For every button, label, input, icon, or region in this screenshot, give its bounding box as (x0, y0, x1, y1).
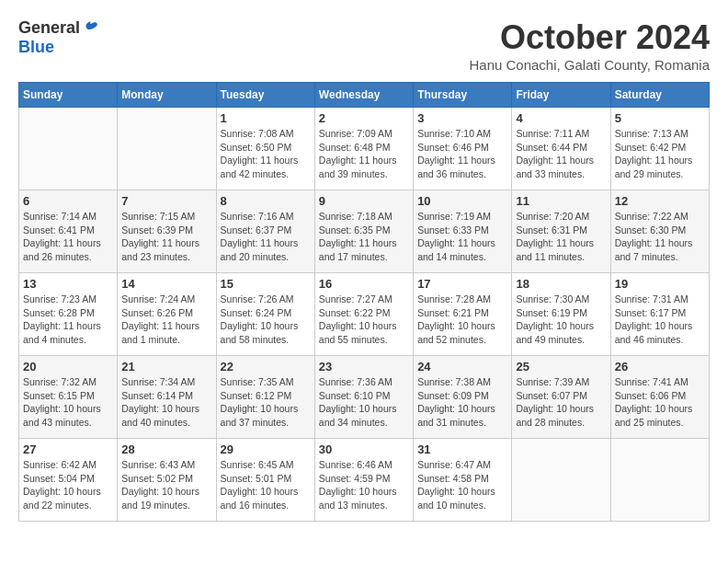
day-info: Sunrise: 7:22 AMSunset: 6:30 PMDaylight:… (615, 210, 705, 264)
day-info: Sunrise: 7:18 AMSunset: 6:35 PMDaylight:… (319, 210, 409, 264)
week-row-5: 27Sunrise: 6:42 AMSunset: 5:04 PMDayligh… (19, 439, 710, 522)
calendar-table: SundayMondayTuesdayWednesdayThursdayFrid… (18, 82, 710, 522)
day-info: Sunrise: 7:39 AMSunset: 6:07 PMDaylight:… (516, 375, 606, 430)
day-number: 20 (23, 360, 113, 373)
weekday-header-wednesday: Wednesday (314, 83, 413, 108)
weekday-header-thursday: Thursday (414, 83, 512, 108)
weekday-header-row: SundayMondayTuesdayWednesdayThursdayFrid… (19, 83, 710, 108)
week-row-3: 13Sunrise: 7:23 AMSunset: 6:28 PMDayligh… (19, 273, 710, 356)
day-number: 31 (417, 442, 507, 456)
location: Hanu Conachi, Galati County, Romania (469, 57, 710, 73)
day-number: 28 (121, 442, 211, 456)
day-number: 15 (221, 277, 311, 291)
week-row-1: 1Sunrise: 7:08 AMSunset: 6:50 PMDaylight… (19, 108, 710, 190)
day-number: 9 (319, 194, 409, 208)
day-number: 12 (615, 194, 705, 208)
page-header: General Blue October 2024 Hanu Conachi, … (18, 18, 710, 73)
calendar-cell: 8Sunrise: 7:16 AMSunset: 6:37 PMDaylight… (216, 190, 314, 273)
day-number: 22 (221, 360, 311, 373)
logo-blue-text: Blue (18, 38, 54, 57)
day-info: Sunrise: 7:31 AMSunset: 6:17 PMDaylight:… (615, 293, 705, 347)
day-info: Sunrise: 7:38 AMSunset: 6:09 PMDaylight:… (417, 375, 507, 430)
calendar-cell: 5Sunrise: 7:13 AMSunset: 6:42 PMDaylight… (610, 108, 709, 190)
day-number: 24 (417, 360, 507, 373)
day-info: Sunrise: 7:14 AMSunset: 6:41 PMDaylight:… (23, 210, 113, 264)
calendar-cell: 17Sunrise: 7:28 AMSunset: 6:21 PMDayligh… (414, 273, 512, 356)
day-info: Sunrise: 7:36 AMSunset: 6:10 PMDaylight:… (319, 375, 409, 430)
day-number: 25 (516, 360, 606, 373)
weekday-header-saturday: Saturday (610, 83, 709, 108)
day-number: 19 (615, 277, 705, 291)
calendar-cell: 29Sunrise: 6:45 AMSunset: 5:01 PMDayligh… (216, 439, 314, 522)
week-row-2: 6Sunrise: 7:14 AMSunset: 6:41 PMDaylight… (19, 190, 710, 273)
calendar-cell: 22Sunrise: 7:35 AMSunset: 6:12 PMDayligh… (216, 356, 314, 439)
calendar-cell: 19Sunrise: 7:31 AMSunset: 6:17 PMDayligh… (610, 273, 709, 356)
calendar-cell: 23Sunrise: 7:36 AMSunset: 6:10 PMDayligh… (314, 356, 413, 439)
day-number: 8 (221, 194, 311, 208)
calendar-cell: 15Sunrise: 7:26 AMSunset: 6:24 PMDayligh… (216, 273, 314, 356)
day-info: Sunrise: 7:23 AMSunset: 6:28 PMDaylight:… (23, 293, 113, 347)
day-number: 30 (319, 442, 409, 456)
day-info: Sunrise: 7:26 AMSunset: 6:24 PMDaylight:… (221, 293, 311, 347)
month-title: October 2024 (469, 18, 710, 57)
day-number: 18 (516, 277, 606, 291)
day-number: 23 (319, 360, 409, 373)
day-number: 27 (23, 442, 113, 456)
day-info: Sunrise: 6:47 AMSunset: 4:58 PMDaylight:… (417, 458, 507, 512)
day-info: Sunrise: 7:41 AMSunset: 6:06 PMDaylight:… (615, 375, 705, 430)
day-number: 13 (23, 277, 113, 291)
day-number: 16 (319, 277, 409, 291)
calendar-cell: 3Sunrise: 7:10 AMSunset: 6:46 PMDaylight… (414, 108, 512, 190)
calendar-cell: 12Sunrise: 7:22 AMSunset: 6:30 PMDayligh… (610, 190, 709, 273)
day-info: Sunrise: 6:43 AMSunset: 5:02 PMDaylight:… (121, 458, 211, 512)
calendar-cell: 4Sunrise: 7:11 AMSunset: 6:44 PMDaylight… (512, 108, 610, 190)
calendar-cell: 24Sunrise: 7:38 AMSunset: 6:09 PMDayligh… (414, 356, 512, 439)
calendar-cell: 27Sunrise: 6:42 AMSunset: 5:04 PMDayligh… (19, 439, 118, 522)
weekday-header-sunday: Sunday (19, 83, 118, 108)
day-info: Sunrise: 7:24 AMSunset: 6:26 PMDaylight:… (121, 293, 211, 347)
calendar-cell: 26Sunrise: 7:41 AMSunset: 6:06 PMDayligh… (610, 356, 709, 439)
calendar-cell: 6Sunrise: 7:14 AMSunset: 6:41 PMDaylight… (19, 190, 118, 273)
calendar-cell: 28Sunrise: 6:43 AMSunset: 5:02 PMDayligh… (118, 439, 216, 522)
day-info: Sunrise: 7:10 AMSunset: 6:46 PMDaylight:… (417, 127, 507, 181)
week-row-4: 20Sunrise: 7:32 AMSunset: 6:15 PMDayligh… (19, 356, 710, 439)
calendar-cell: 1Sunrise: 7:08 AMSunset: 6:50 PMDaylight… (216, 108, 314, 190)
day-number: 2 (319, 111, 409, 125)
calendar-cell: 10Sunrise: 7:19 AMSunset: 6:33 PMDayligh… (414, 190, 512, 273)
day-number: 17 (417, 277, 507, 291)
calendar-cell: 11Sunrise: 7:20 AMSunset: 6:31 PMDayligh… (512, 190, 610, 273)
calendar-cell: 7Sunrise: 7:15 AMSunset: 6:39 PMDaylight… (118, 190, 216, 273)
weekday-header-monday: Monday (118, 83, 216, 108)
day-number: 26 (615, 360, 705, 373)
day-info: Sunrise: 7:27 AMSunset: 6:22 PMDaylight:… (319, 293, 409, 347)
calendar-cell (610, 439, 709, 522)
calendar-cell: 20Sunrise: 7:32 AMSunset: 6:15 PMDayligh… (19, 356, 118, 439)
day-number: 3 (417, 111, 507, 125)
day-info: Sunrise: 7:16 AMSunset: 6:37 PMDaylight:… (221, 210, 311, 264)
day-number: 1 (221, 111, 311, 125)
calendar-cell (118, 108, 216, 190)
day-info: Sunrise: 6:46 AMSunset: 4:59 PMDaylight:… (319, 458, 409, 512)
day-info: Sunrise: 6:45 AMSunset: 5:01 PMDaylight:… (221, 458, 311, 512)
day-info: Sunrise: 7:34 AMSunset: 6:14 PMDaylight:… (121, 375, 211, 430)
day-info: Sunrise: 6:42 AMSunset: 5:04 PMDaylight:… (23, 458, 113, 512)
day-info: Sunrise: 7:11 AMSunset: 6:44 PMDaylight:… (516, 127, 606, 181)
day-info: Sunrise: 7:15 AMSunset: 6:39 PMDaylight:… (121, 210, 211, 264)
logo: General Blue (18, 18, 100, 57)
day-info: Sunrise: 7:13 AMSunset: 6:42 PMDaylight:… (615, 127, 705, 181)
day-number: 5 (615, 111, 705, 125)
calendar-cell (19, 108, 118, 190)
day-number: 10 (417, 194, 507, 208)
title-section: October 2024 Hanu Conachi, Galati County… (469, 18, 710, 73)
logo-general-text: General (18, 18, 80, 38)
day-number: 21 (121, 360, 211, 373)
day-number: 7 (121, 194, 211, 208)
calendar-cell (512, 439, 610, 522)
day-info: Sunrise: 7:32 AMSunset: 6:15 PMDaylight:… (23, 375, 113, 430)
day-info: Sunrise: 7:08 AMSunset: 6:50 PMDaylight:… (221, 127, 311, 181)
calendar-cell: 25Sunrise: 7:39 AMSunset: 6:07 PMDayligh… (512, 356, 610, 439)
day-info: Sunrise: 7:35 AMSunset: 6:12 PMDaylight:… (221, 375, 311, 430)
calendar-cell: 30Sunrise: 6:46 AMSunset: 4:59 PMDayligh… (314, 439, 413, 522)
calendar-cell: 21Sunrise: 7:34 AMSunset: 6:14 PMDayligh… (118, 356, 216, 439)
calendar-cell: 31Sunrise: 6:47 AMSunset: 4:58 PMDayligh… (414, 439, 512, 522)
